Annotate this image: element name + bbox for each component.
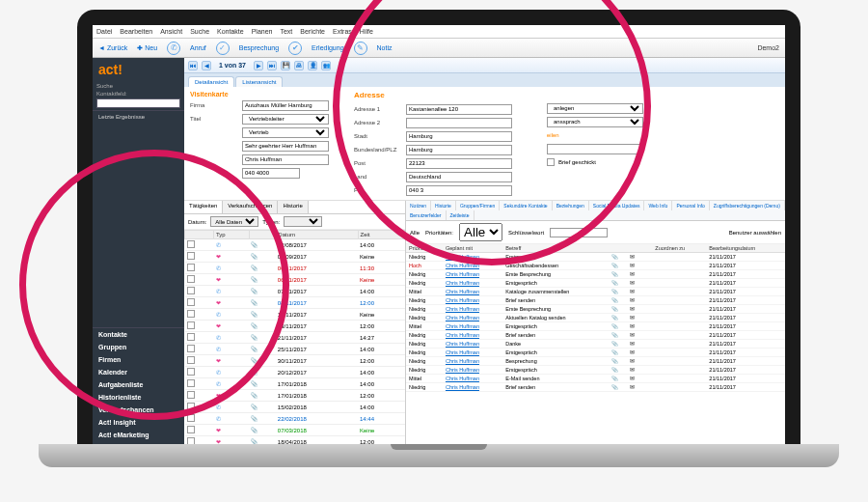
note-row[interactable]: NiedrigChris HuffmanBrief senden📎✉21/11/… xyxy=(406,383,785,392)
note-row[interactable]: NiedrigChris HuffmanErstgespräch📎✉21/11/… xyxy=(406,253,785,262)
activity-row[interactable]: ✆📎17/01/201814:00 xyxy=(185,378,405,390)
note-input[interactable] xyxy=(242,141,329,152)
note-row[interactable]: MittelChris HuffmanE-Mail senden📎✉21/11/… xyxy=(406,375,785,383)
sidebar-item-kontakte[interactable]: Kontakte xyxy=(93,328,184,341)
prio-filter[interactable]: Alle xyxy=(459,223,502,241)
sidebar-item-actinsight[interactable]: Act! Insight xyxy=(93,416,184,429)
notes-table[interactable]: PrioritätGeplant mitBetreffZuordnen zuBe… xyxy=(406,244,785,454)
note-row[interactable]: NiedrigChris HuffmanAktuellen Katalog se… xyxy=(406,314,785,322)
note-row[interactable]: NiedrigChris HuffmanBesprechung📎✉21/11/2… xyxy=(406,357,785,366)
tab-opportunities[interactable]: Verkaufschancen xyxy=(223,201,278,213)
tab-activities[interactable]: Tätigkeiten xyxy=(184,201,223,213)
menu-extras[interactable]: Extras xyxy=(333,28,352,35)
detail-tab-7[interactable]: Personal Info xyxy=(672,201,709,210)
menu-text[interactable]: Text xyxy=(280,28,292,35)
note-col[interactable]: Bearbeitungsdatum xyxy=(706,244,785,253)
last-button[interactable]: ⏭ xyxy=(267,61,277,70)
tab-detail[interactable]: Detailansicht xyxy=(188,76,234,87)
detail-tab-8[interactable]: Zugriffsberechtigungen (Demo) xyxy=(710,201,785,210)
city-input[interactable] xyxy=(406,131,512,142)
note-col[interactable]: Geplant mit xyxy=(443,244,502,253)
menu-ansicht[interactable]: Ansicht xyxy=(160,28,182,35)
detail-tab-0[interactable]: Notizen xyxy=(406,201,431,210)
search-input[interactable] xyxy=(96,98,180,108)
sidebar-item-verkaufschancen[interactable]: Verkaufschancen xyxy=(93,404,184,416)
new-button[interactable]: ✚ Neu xyxy=(137,44,157,52)
menu-suche[interactable]: Suche xyxy=(190,28,209,35)
post-input[interactable] xyxy=(406,158,512,169)
menu-planen[interactable]: Planen xyxy=(252,28,273,35)
tab-history[interactable]: Historie xyxy=(278,201,308,213)
detail-tab-2[interactable]: Gruppen/Firmen xyxy=(456,201,500,210)
date-filter[interactable]: Alle Daten xyxy=(210,216,258,227)
menu-hilfe[interactable]: Hilfe xyxy=(360,28,373,35)
sidebar-item-kalender[interactable]: Kalender xyxy=(93,366,184,378)
firma-input[interactable] xyxy=(242,100,329,111)
user-icon[interactable]: 👤 xyxy=(308,61,317,70)
note-col[interactable] xyxy=(609,244,628,253)
status1-select[interactable]: anlegen xyxy=(547,103,643,114)
type-filter[interactable] xyxy=(284,216,322,227)
activity-row[interactable]: ❤📎17/01/201812:00 xyxy=(185,390,405,402)
activity-row[interactable]: ✆📎15/02/201814:00 xyxy=(185,402,405,413)
note-col[interactable]: Betreff xyxy=(502,244,608,253)
note-row[interactable]: NiedrigChris HuffmanErste Besprechung📎✉2… xyxy=(406,305,785,314)
detail-tab-10[interactable]: Zeitleiste xyxy=(447,210,475,220)
activity-row[interactable]: ❤📎07/03/2018Keine xyxy=(185,425,405,436)
detail-tab-5[interactable]: Social Media Updates xyxy=(589,201,645,210)
note-row[interactable]: NiedrigChris HuffmanErste Besprechung📎✉2… xyxy=(406,270,785,279)
activity-row[interactable]: ✆📎12/11/2017Keine xyxy=(185,309,405,321)
sidebar-item-historienliste[interactable]: Historienliste xyxy=(93,391,184,404)
sidebar-item-firmen[interactable]: Firmen xyxy=(93,353,184,366)
land-input[interactable] xyxy=(406,172,512,182)
sidebar-item-gruppen[interactable]: Gruppen xyxy=(93,341,184,353)
first-button[interactable]: ⏮ xyxy=(188,61,198,70)
detail-tab-4[interactable]: Beziehungen xyxy=(553,201,589,210)
activity-row[interactable]: ✆📎22/02/201814:44 xyxy=(185,413,405,425)
menu-kontakte[interactable]: Kontakte xyxy=(217,28,244,35)
status4-input[interactable] xyxy=(547,144,643,154)
tel-input[interactable] xyxy=(242,168,300,179)
note-col[interactable]: Zuordnen zu xyxy=(652,244,706,253)
brief-checkbox[interactable] xyxy=(547,158,555,166)
titel-select[interactable]: Vertriebsleiter xyxy=(242,114,329,125)
activity-row[interactable]: ❤📎08/11/201712:00 xyxy=(185,297,405,309)
prev-button[interactable]: ◀ xyxy=(202,61,211,70)
sidebar-item-actemarketing[interactable]: Act! eMarketing xyxy=(93,429,184,441)
menu-datei[interactable]: Datei xyxy=(96,28,112,35)
activity-row[interactable]: ✆📎20/12/201714:00 xyxy=(185,367,405,378)
note-row[interactable]: NiedrigChris HuffmanBrief senden📎✉21/11/… xyxy=(406,331,785,340)
call-icon[interactable]: ✆ xyxy=(167,42,180,55)
activity-row[interactable]: ❤📎30/11/201712:00 xyxy=(185,355,405,367)
act-col[interactable]: Zeit xyxy=(358,231,405,239)
act-col[interactable]: Typ xyxy=(214,231,250,239)
note-col[interactable]: Priorität xyxy=(406,244,443,253)
activity-row[interactable]: ✆📎06/11/201711:30 xyxy=(185,263,405,274)
next-button[interactable]: ▶ xyxy=(254,61,263,70)
todo-icon[interactable]: ✔ xyxy=(288,42,302,55)
note-row[interactable]: NiedrigChris HuffmanDanke📎✉21/11/2017 xyxy=(406,340,785,349)
note-col[interactable] xyxy=(643,244,652,253)
meeting-icon[interactable]: ✓ xyxy=(216,42,230,55)
group-icon[interactable]: 👥 xyxy=(321,61,331,70)
addr1-input[interactable] xyxy=(406,104,512,115)
activity-row[interactable]: ❤📎13/11/201712:00 xyxy=(185,321,405,332)
activity-row[interactable]: ✆📎22/08/201714:00 xyxy=(185,239,405,251)
note-col[interactable] xyxy=(627,244,643,253)
note-row[interactable]: NiedrigChris HuffmanErstgespräch📎✉21/11/… xyxy=(406,366,785,375)
addr2-input[interactable] xyxy=(406,118,512,128)
activity-row[interactable]: ❤📎06/11/2017Keine xyxy=(185,274,405,286)
sidebar-item-aufgabenliste[interactable]: Aufgabenliste xyxy=(93,378,184,391)
note-row[interactable]: MittelChris HuffmanErstgespräch📎✉21/11/2… xyxy=(406,322,785,331)
activity-row[interactable]: ✆📎21/11/201714:27 xyxy=(185,332,405,344)
print-icon[interactable]: 🖶 xyxy=(294,61,304,70)
plz-input[interactable] xyxy=(406,145,512,155)
detail-tab-9[interactable]: Benutzerfelder xyxy=(406,210,447,220)
activity-row[interactable]: ✆📎25/11/201714:00 xyxy=(185,344,405,355)
act-col[interactable] xyxy=(249,231,276,239)
fax-input[interactable] xyxy=(406,185,512,196)
note-row[interactable]: NiedrigChris HuffmanBrief senden📎✉21/11/… xyxy=(406,296,785,305)
activities-table[interactable]: TypDatumZeit✆📎22/08/201714:00❤📎05/09/201… xyxy=(184,230,405,454)
tab-list[interactable]: Listenansicht xyxy=(235,76,283,87)
name-input[interactable] xyxy=(242,154,329,165)
